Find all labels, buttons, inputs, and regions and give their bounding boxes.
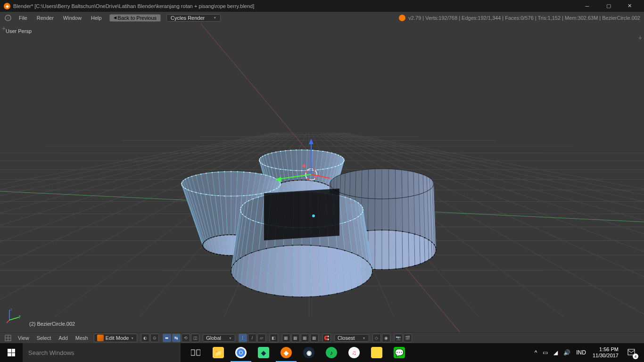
maximize-button[interactable]: ▢ (598, 0, 619, 12)
spotify-icon[interactable]: ♪ (320, 343, 343, 362)
menu-add[interactable]: Add (55, 335, 72, 341)
render-engine-dropdown[interactable]: Cycles Render (166, 14, 221, 22)
info-editor-icon[interactable]: i (4, 14, 12, 22)
shading-dropdown-icon[interactable]: ◐ (141, 334, 149, 342)
top-menubar: i File Render Window Help Back to Previo… (0, 12, 644, 24)
close-button[interactable]: ✕ (619, 0, 640, 12)
viewport-header: View Select Add Mesh Edit Mode ◐ ⊙ ⬌ ↹ ⟲… (0, 332, 644, 343)
back-to-previous-button[interactable]: Back to Previous (109, 14, 161, 22)
layer-2-icon[interactable]: ▦ (291, 334, 300, 342)
mode-dropdown[interactable]: Edit Mode (94, 334, 137, 342)
blender-app-icon: ◆ (4, 3, 10, 9)
opengl-anim-icon[interactable]: 🎬 (404, 334, 412, 342)
itunes-icon[interactable]: ♫ (343, 343, 365, 362)
proportional-edit-icon[interactable]: ◉ (382, 334, 390, 342)
menu-mesh[interactable]: Mesh (72, 335, 92, 341)
svg-line-4 (7, 320, 9, 323)
svg-rect-11 (197, 350, 200, 355)
minimize-button[interactable]: ─ (577, 0, 598, 12)
perspective-label: User Persp (6, 28, 32, 34)
menu-select[interactable]: Select (33, 335, 55, 341)
language-indicator[interactable]: IND (573, 349, 589, 356)
rotate-manipulator-icon[interactable]: ⟲ (182, 334, 190, 342)
window-title: Blender* [C:\Users\Berry Baltschun\OneDr… (13, 3, 254, 9)
menu-file[interactable]: File (14, 15, 32, 21)
stickynotes-icon[interactable] (365, 343, 388, 362)
wifi-icon[interactable]: ◢ (551, 349, 561, 356)
snap-target-dropdown[interactable]: Closest (334, 334, 369, 342)
window-titlebar: ◆ Blender* [C:\Users\Berry Baltschun\One… (0, 0, 644, 12)
search-input[interactable]: Search Windows (23, 343, 181, 362)
orientation-dropdown[interactable]: Global (203, 334, 235, 342)
pivot-dropdown-icon[interactable]: ⊙ (150, 334, 159, 342)
svg-text:i: i (8, 16, 8, 20)
windows-logo-icon (8, 349, 15, 356)
line-icon[interactable]: 💬 (388, 343, 411, 362)
volume-icon[interactable]: 🔊 (561, 349, 573, 356)
svg-point-14 (239, 351, 242, 354)
chrome-icon[interactable] (230, 343, 252, 362)
android-studio-icon[interactable]: ◆ (252, 343, 275, 362)
layer-3-icon[interactable]: ▦ (301, 334, 309, 342)
menu-help[interactable]: Help (86, 15, 107, 21)
view3d-editor-icon[interactable] (4, 334, 12, 342)
viewport-canvas[interactable] (0, 24, 644, 332)
menu-window[interactable]: Window (58, 15, 86, 21)
clock[interactable]: 1:56 PM 11/30/2017 (589, 346, 622, 359)
properties-expand-icon[interactable]: + (638, 34, 642, 41)
blender-logo-icon (399, 15, 405, 21)
layer-4-icon[interactable]: ▦ (310, 334, 319, 342)
manipulator-toggle-icon[interactable]: ⬌ (163, 334, 171, 342)
svg-text:z: z (10, 308, 12, 311)
3d-viewport[interactable]: + + User Persp (2) BezierCircle.002 z y (0, 24, 644, 332)
active-object-label: (2) BezierCircle.002 (29, 321, 75, 327)
svg-rect-10 (191, 350, 195, 355)
battery-icon[interactable]: ▭ (540, 349, 551, 356)
layer-1-icon[interactable]: ▦ (282, 334, 290, 342)
windows-taskbar: Search Windows 📁 ◆ ◆ ◉ ♪ ♫ 💬 ^ ▭ ◢ 🔊 IND… (0, 343, 644, 362)
edge-select-icon[interactable]: / (248, 334, 256, 342)
fileexplorer-icon[interactable]: 📁 (207, 343, 230, 362)
start-button[interactable] (0, 343, 23, 362)
menu-view[interactable]: View (14, 335, 33, 341)
axis-gizmo-icon: z y (6, 307, 23, 324)
tray-expand-icon[interactable]: ^ (532, 349, 540, 356)
svg-text:y: y (19, 314, 21, 318)
steam-icon[interactable]: ◉ (297, 343, 320, 362)
limit-selection-icon[interactable]: ◧ (270, 334, 278, 342)
notification-icon[interactable]: 4 (622, 343, 640, 362)
menu-render[interactable]: Render (32, 15, 58, 21)
opengl-render-icon[interactable]: 📷 (394, 334, 403, 342)
system-tray: ^ ▭ ◢ 🔊 IND 1:56 PM 11/30/2017 4 (532, 343, 644, 362)
vertex-select-icon[interactable]: ⋮ (239, 334, 247, 342)
snap-toggle-icon[interactable]: 🧲 (322, 334, 331, 342)
toolbar-expand-icon[interactable]: + (2, 25, 6, 32)
taskview-icon[interactable] (184, 343, 207, 362)
blender-taskbar-icon[interactable]: ◆ (275, 343, 297, 362)
face-select-icon[interactable]: ▱ (257, 334, 266, 342)
scale-manipulator-icon[interactable]: ◫ (191, 334, 199, 342)
snap-element-icon[interactable]: ◇ (372, 334, 381, 342)
svg-line-3 (9, 317, 19, 320)
translate-manipulator-icon[interactable]: ↹ (172, 334, 181, 342)
scene-statistics: v2.79 | Verts:192/768 | Edges:192/1,344 … (399, 15, 640, 21)
